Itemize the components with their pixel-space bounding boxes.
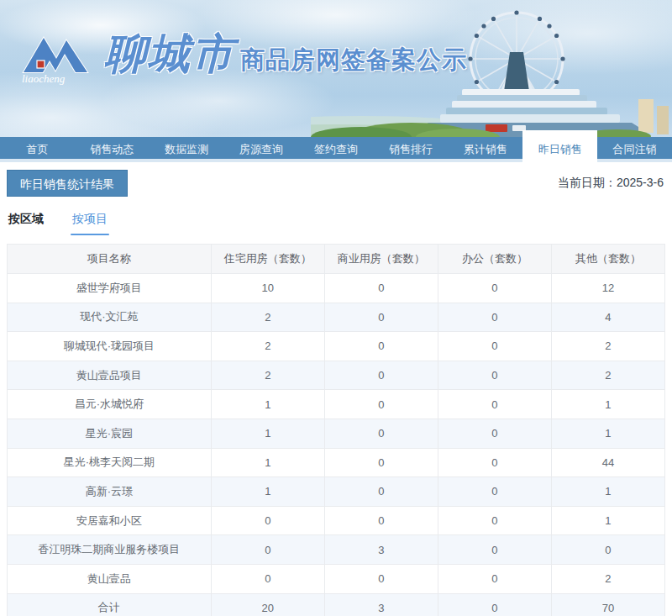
office-cell: 0 xyxy=(438,361,551,390)
other-cell: 4 xyxy=(551,303,664,332)
other-cell: 2 xyxy=(551,361,664,390)
office-total-cell: 0 xyxy=(438,593,551,616)
other-cell: 1 xyxy=(551,477,664,507)
table-row: 聊城现代·珑园项目 2 0 0 2 xyxy=(8,332,665,361)
nav-item-contract-cancel[interactable]: 合同注销 xyxy=(597,137,672,159)
commercial-cell: 0 xyxy=(324,477,438,507)
commercial-cell: 0 xyxy=(324,448,438,477)
office-cell: 0 xyxy=(438,448,551,477)
table-row: 现代·文汇苑 2 0 0 4 xyxy=(8,303,665,332)
nav-item-data-monitor[interactable]: 数据监测 xyxy=(150,137,224,159)
col-header-office: 办公（套数） xyxy=(438,245,551,274)
tab-by-project[interactable]: 按项目 xyxy=(72,212,108,235)
residential-cell: 1 xyxy=(211,419,324,448)
residential-cell: 0 xyxy=(211,535,324,565)
table-row: 黄山壹品 0 0 0 2 xyxy=(8,564,665,593)
current-date-label: 当前日期： xyxy=(558,176,617,189)
commercial-total-cell: 3 xyxy=(324,593,438,616)
residential-cell: 1 xyxy=(211,477,324,507)
office-cell: 0 xyxy=(438,564,551,593)
sales-stats-table: 项目名称 住宅用房（套数） 商业用房（套数） 办公（套数） 其他（套数） 盛世学… xyxy=(7,244,665,616)
page-title: 商品房网签备案公示 xyxy=(240,45,467,74)
current-date: 当前日期：2025-3-6 xyxy=(558,176,665,191)
other-cell: 44 xyxy=(551,448,664,477)
tab-by-region[interactable]: 按区域 xyxy=(8,212,44,235)
residential-cell: 2 xyxy=(211,332,324,361)
commercial-cell: 0 xyxy=(324,390,438,419)
office-cell: 0 xyxy=(438,477,551,507)
nav-item-contract-search[interactable]: 签约查询 xyxy=(299,137,374,159)
nav-item-home[interactable]: 首页 xyxy=(0,137,75,159)
commercial-cell: 3 xyxy=(324,535,438,565)
commercial-cell: 0 xyxy=(324,332,438,361)
other-total-cell: 70 xyxy=(551,593,664,616)
table-row: 星光·宸园 1 0 0 1 xyxy=(8,419,665,448)
office-cell: 0 xyxy=(438,274,551,303)
table-header-row: 项目名称 住宅用房（套数） 商业用房（套数） 办公（套数） 其他（套数） xyxy=(8,245,665,274)
office-cell: 0 xyxy=(438,390,551,419)
table-row: 高新·云璟 1 0 0 1 xyxy=(8,477,665,507)
residential-total-cell: 20 xyxy=(211,593,324,616)
table-row: 黄山壹品项目 2 0 0 2 xyxy=(8,361,665,390)
office-cell: 0 xyxy=(438,303,551,332)
residential-cell: 10 xyxy=(211,274,324,303)
main-content: 昨日销售统计结果 当前日期：2025-3-6 按区域 按项目 项目名称 住宅用房… xyxy=(0,170,672,616)
project-name-cell: 香江明珠二期商业服务楼项目 xyxy=(8,535,212,565)
logo-script-text: liaocheng xyxy=(22,72,66,85)
project-name-cell: 黄山壹品 xyxy=(8,564,212,593)
other-cell: 1 xyxy=(551,419,664,448)
nav-item-listing-search[interactable]: 房源查询 xyxy=(224,137,299,159)
table-row: 安居嘉和小区 0 0 0 1 xyxy=(8,506,665,535)
table-row: 星光·桃李天阅二期 1 0 0 44 xyxy=(8,448,665,477)
other-cell: 2 xyxy=(551,564,664,593)
residential-cell: 2 xyxy=(211,303,324,332)
table-total-row: 合计 20 3 0 70 xyxy=(8,593,665,616)
view-tabs: 按区域 按项目 xyxy=(7,212,665,235)
col-header-residential: 住宅用房（套数） xyxy=(211,245,324,274)
project-name-cell: 盛世学府项目 xyxy=(8,274,212,303)
section-header: 昨日销售统计结果 当前日期：2025-3-6 xyxy=(7,170,665,197)
table-row: 盛世学府项目 10 0 0 12 xyxy=(8,274,665,303)
site-brand: liaocheng 聊城市 商品房网签备案公示 xyxy=(18,27,467,87)
nav-item-cumulative-sales[interactable]: 累计销售 xyxy=(448,137,522,159)
project-name-cell: 星光·桃李天阅二期 xyxy=(8,448,212,477)
commercial-cell: 0 xyxy=(324,419,438,448)
other-cell: 12 xyxy=(551,274,664,303)
col-header-other: 其他（套数） xyxy=(551,245,664,274)
nav-item-sales-updates[interactable]: 销售动态 xyxy=(75,137,150,159)
main-nav: 首页 销售动态 数据监测 房源查询 签约查询 销售排行 累计销售 昨日销售 合同… xyxy=(0,137,672,162)
header-banner: liaocheng 聊城市 商品房网签备案公示 xyxy=(0,0,672,137)
project-name-cell: 高新·云璟 xyxy=(8,477,212,507)
city-name: 聊城市 xyxy=(104,27,235,81)
project-name-cell: 昌元·水城悦府 xyxy=(8,390,212,419)
office-cell: 0 xyxy=(438,535,551,565)
residential-cell: 1 xyxy=(211,390,324,419)
col-header-project-name: 项目名称 xyxy=(8,245,212,274)
commercial-cell: 0 xyxy=(324,506,438,535)
other-cell: 2 xyxy=(551,332,664,361)
commercial-cell: 0 xyxy=(324,274,438,303)
project-name-cell: 现代·文汇苑 xyxy=(8,303,212,332)
office-cell: 0 xyxy=(438,332,551,361)
other-cell: 1 xyxy=(551,506,664,535)
nav-item-yesterday-sales[interactable]: 昨日销售 xyxy=(522,130,597,169)
commercial-cell: 0 xyxy=(324,303,438,332)
office-cell: 0 xyxy=(438,506,551,535)
nav-item-sales-ranking[interactable]: 销售排行 xyxy=(373,137,448,159)
col-header-commercial: 商业用房（套数） xyxy=(324,245,438,274)
other-cell: 0 xyxy=(551,535,664,565)
commercial-cell: 0 xyxy=(324,361,438,390)
total-label-cell: 合计 xyxy=(8,593,212,616)
liaocheng-logo: liaocheng xyxy=(18,27,102,87)
residential-cell: 1 xyxy=(211,448,324,477)
commercial-cell: 0 xyxy=(324,564,438,593)
table-row: 香江明珠二期商业服务楼项目 0 3 0 0 xyxy=(8,535,665,565)
residential-cell: 0 xyxy=(211,564,324,593)
residential-cell: 2 xyxy=(211,361,324,390)
residential-cell: 0 xyxy=(211,506,324,535)
section-title-badge: 昨日销售统计结果 xyxy=(7,170,128,197)
office-cell: 0 xyxy=(438,419,551,448)
other-cell: 1 xyxy=(551,390,664,419)
project-name-cell: 星光·宸园 xyxy=(8,419,212,448)
table-row: 昌元·水城悦府 1 0 0 1 xyxy=(8,390,665,419)
